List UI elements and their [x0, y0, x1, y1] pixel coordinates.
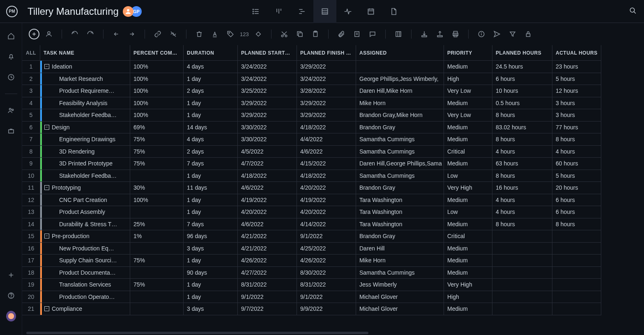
column-header[interactable]: PRIORITY — [444, 45, 492, 61]
grid-cell[interactable]: 8/30/2022 — [297, 267, 356, 279]
grid-cell[interactable]: 24.5 hours — [492, 61, 552, 73]
grid-cell[interactable]: 3/29/2022 — [297, 97, 356, 110]
grid-cell[interactable]: 4 days — [184, 61, 238, 73]
grid-cell[interactable] — [492, 255, 552, 267]
grid-cell[interactable]: 3/29/2022 — [297, 109, 356, 122]
task-cell[interactable]: Translation Services — [40, 279, 130, 291]
grid-cell[interactable] — [492, 303, 552, 315]
row-id[interactable]: 7 — [22, 133, 40, 146]
grid-cell[interactable]: Samantha Cummings — [356, 170, 444, 182]
grid-cell[interactable]: Daren Hill — [356, 243, 444, 255]
grid-cell[interactable]: 7 days — [184, 158, 238, 170]
grid-cell[interactable]: Brandon Gray — [356, 182, 444, 194]
grid-cell[interactable] — [130, 303, 184, 315]
collapse-icon[interactable]: − — [44, 64, 49, 69]
grid-cell[interactable]: 9/1/2022 — [297, 291, 356, 303]
note-button[interactable] — [351, 28, 363, 40]
grid-cell[interactable]: 1 day — [184, 109, 238, 122]
grid-cell[interactable]: 4/18/2022 — [238, 170, 297, 182]
grid-cell[interactable]: 1 day — [184, 279, 238, 291]
send-button[interactable] — [491, 28, 503, 40]
column-header[interactable]: ASSIGNED — [356, 45, 444, 61]
grid-cell[interactable]: 4 hours — [492, 146, 552, 158]
delete-button[interactable] — [193, 28, 205, 40]
grid-cell[interactable]: 6 hours — [552, 194, 601, 207]
grid-cell[interactable]: Medium — [444, 97, 492, 110]
grid-cell[interactable] — [130, 243, 184, 255]
grid-cell[interactable]: 25% — [130, 218, 184, 231]
grid-cell[interactable]: 4 hours — [492, 194, 552, 207]
grid-cell[interactable]: 4/20/2022 — [297, 182, 356, 194]
grid-cell[interactable]: 3 hours — [552, 109, 601, 122]
task-cell[interactable]: Product Documenta… — [40, 267, 130, 279]
column-header[interactable]: PLANNED FINISH … — [297, 45, 356, 61]
grid-cell[interactable]: 1 day — [184, 194, 238, 207]
grid-cell[interactable]: 1 day — [184, 170, 238, 182]
grid-cell[interactable]: 8 hours — [492, 170, 552, 182]
sidebar-user-avatar[interactable] — [6, 311, 16, 321]
grid-cell[interactable]: Medium — [444, 122, 492, 134]
grid-cell[interactable] — [492, 267, 552, 279]
grid-cell[interactable] — [492, 291, 552, 303]
grid-cell[interactable]: 16 hours — [492, 182, 552, 194]
task-cell[interactable]: Production Operato… — [40, 291, 130, 303]
grid-cell[interactable]: 2 days — [184, 85, 238, 97]
row-id[interactable]: 5 — [22, 109, 40, 122]
grid-cell[interactable]: 90 days — [184, 267, 238, 279]
grid-cell[interactable]: 9/1/2022 — [297, 230, 356, 243]
grid-cell[interactable] — [492, 243, 552, 255]
grid-cell[interactable]: Jess Wimberly — [356, 279, 444, 291]
row-id[interactable]: 18 — [22, 267, 40, 279]
grid-cell[interactable] — [552, 267, 601, 279]
row-id[interactable]: 19 — [22, 279, 40, 291]
row-id[interactable]: 14 — [22, 218, 40, 231]
grid-cell[interactable]: 4/5/2022 — [238, 146, 297, 158]
grid-cell[interactable]: 3/24/2022 — [238, 73, 297, 85]
grid-cell[interactable] — [552, 230, 601, 243]
grid-cell[interactable]: Samantha Cummings — [356, 267, 444, 279]
grid-cell[interactable]: 4/20/2022 — [297, 206, 356, 218]
grid-cell[interactable]: High — [444, 73, 492, 85]
grid-cell[interactable]: 3/24/2022 — [238, 61, 297, 73]
grid-cell[interactable]: 8 hours — [492, 133, 552, 146]
grid-cell[interactable]: 3/28/2022 — [297, 85, 356, 97]
grid-cell[interactable]: 100% — [130, 73, 184, 85]
collapse-icon[interactable]: − — [44, 185, 49, 190]
grid-cell[interactable]: 6 hours — [492, 73, 552, 85]
grid-cell[interactable]: 8 hours — [552, 133, 601, 146]
grid-cell[interactable]: 75% — [130, 255, 184, 267]
task-cell[interactable]: Product Assembly — [40, 206, 130, 218]
view-tab-gantt[interactable] — [290, 0, 313, 23]
grid-cell[interactable]: 1 day — [184, 291, 238, 303]
row-id[interactable]: 12 — [22, 194, 40, 207]
column-header[interactable]: PLANNED START… — [238, 45, 297, 61]
grid-cell[interactable]: 69% — [130, 122, 184, 134]
undo-button[interactable] — [69, 28, 81, 40]
grid-cell[interactable]: 1 day — [184, 97, 238, 110]
grid-cell[interactable]: 4/6/2022 — [297, 146, 356, 158]
grid-cell[interactable]: 75% — [130, 158, 184, 170]
import-button[interactable] — [418, 28, 430, 40]
row-id[interactable]: 16 — [22, 243, 40, 255]
outdent-button[interactable] — [110, 28, 122, 40]
comment-button[interactable] — [366, 28, 379, 40]
sidebar-help-icon[interactable] — [6, 291, 16, 301]
sidebar-notifications-icon[interactable] — [6, 52, 16, 62]
task-cell[interactable]: 3D Printed Prototype — [40, 158, 130, 170]
grid-cell[interactable]: Brandon Gray,Mike Horn — [356, 109, 444, 122]
grid-cell[interactable]: 6 hours — [552, 206, 601, 218]
collapse-icon[interactable]: − — [44, 306, 49, 311]
unlink-button[interactable] — [167, 28, 179, 40]
grid-cell[interactable]: 3 days — [184, 303, 238, 315]
link-button[interactable] — [152, 28, 164, 40]
grid-cell[interactable]: 23 hours — [552, 61, 601, 73]
grid-cell[interactable]: 4/18/2022 — [297, 170, 356, 182]
grid-cell[interactable]: Samantha Cummings — [356, 133, 444, 146]
grid-cell[interactable]: 63 hours — [492, 158, 552, 170]
grid-cell[interactable] — [552, 303, 601, 315]
grid-cell[interactable]: 96 days — [184, 230, 238, 243]
grid-cell[interactable] — [492, 279, 552, 291]
grid-cell[interactable]: Tara Washington — [356, 218, 444, 231]
grid-cell[interactable]: 3/30/2022 — [238, 122, 297, 134]
grid-cell[interactable]: Samantha Cummings — [356, 146, 444, 158]
